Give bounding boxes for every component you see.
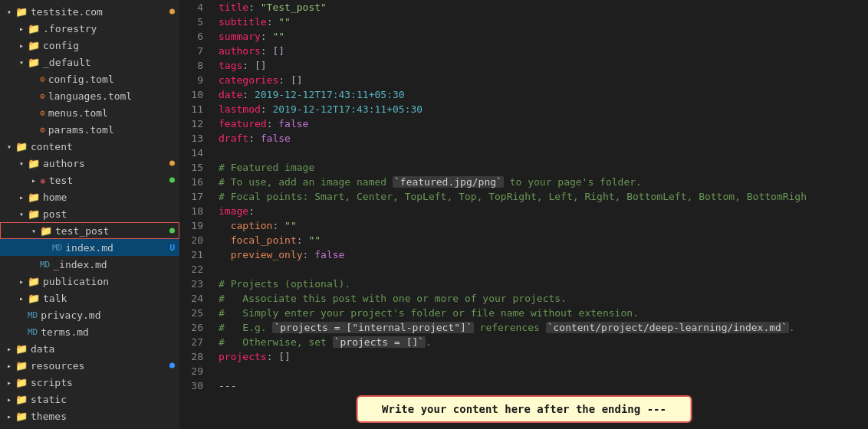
item-label: terms.md [41, 326, 89, 338]
item-label: languages.toml [48, 90, 133, 102]
string-token: "" [308, 234, 321, 246]
folder-icon: 📁 [28, 276, 40, 287]
sidebar-item-testsite[interactable]: ▾ 📁 testsite.com [0, 3, 179, 20]
code-line-24: # Associate this post with one or more o… [219, 291, 868, 306]
item-label: testsite.com [31, 6, 103, 18]
sidebar-item-_default[interactable]: ▾ 📁 _default [0, 54, 179, 70]
sidebar-item-terms.md[interactable]: MD terms.md [0, 323, 179, 340]
sidebar-item-_index.md[interactable]: MD _index.md [0, 256, 179, 273]
code-area[interactable]: title: "Test_post"subtitle: ""summary: "… [212, 0, 868, 429]
comment-token: # E.g. [219, 322, 272, 333]
string-token: "" [284, 220, 297, 231]
key-token: summary [219, 31, 261, 42]
punct-token: : [242, 89, 255, 100]
sidebar-item-config[interactable]: ▸ 📁 config [0, 37, 179, 54]
punct-token: : [248, 2, 261, 13]
sidebar-item-authors[interactable]: ▾ 📁 authors [0, 155, 179, 172]
item-label: _index.md [53, 259, 107, 270]
key-token: categories [219, 74, 278, 86]
sidebar-item-index.md[interactable]: MD index.md U [0, 239, 179, 256]
comment-token: to your page's folder. [504, 176, 642, 188]
folder-icon: 📁 [28, 293, 40, 304]
expand-arrow: ▾ [3, 142, 15, 151]
item-label: publication [43, 276, 109, 287]
code-line-11: lastmod: 2019-12-12T17:43:11+05:30 [219, 102, 868, 116]
code-line-17: # Focal points: Smart, Center, TopLeft, … [219, 189, 868, 204]
line-number-13: 13 [180, 131, 203, 146]
sidebar-item-static[interactable]: ▸ 📁 static [0, 391, 179, 408]
key-token: subtitle [219, 16, 267, 28]
folder-icon: 📁 [15, 6, 28, 18]
item-label: content [31, 141, 73, 152]
code-line-10: date: 2019-12-12T17:43:11+05:30 [219, 87, 868, 102]
sidebar-item-themes[interactable]: ▸ 📁 themes [0, 408, 179, 424]
item-label: _default [43, 57, 91, 68]
expand-arrow: ▸ [3, 362, 15, 370]
sidebar-item-test_post[interactable]: ▾ 📁 test_post [0, 222, 179, 239]
string-token: "" [278, 16, 291, 28]
line-number-20: 20 [180, 233, 203, 247]
sidebar-item-home[interactable]: ▸ 📁 home [0, 188, 179, 205]
sidebar-item-menus.toml[interactable]: ⚙ menus.toml [0, 104, 179, 121]
sidebar-item-privacy.md[interactable]: MD privacy.md [0, 306, 179, 323]
line-number-4: 4 [180, 0, 203, 15]
item-label: menus.toml [48, 107, 108, 119]
comment-token: . [789, 322, 795, 333]
code-line-5: subtitle: "" [219, 15, 868, 29]
sidebar-item-test[interactable]: ▸ ❋ test [0, 172, 179, 188]
line-number-22: 22 [180, 262, 203, 277]
sidebar-item-resources[interactable]: ▸ 📁 resources [0, 357, 179, 374]
line-number-18: 18 [180, 204, 203, 218]
punct-token: : [261, 103, 273, 115]
code-line-6: summary: "" [219, 29, 868, 44]
expand-arrow: ▾ [28, 227, 40, 235]
sidebar-item-publication[interactable]: ▸ 📁 publication [0, 273, 179, 290]
code-line-25: # Simply enter your project's folder or … [219, 306, 868, 320]
code-line-27: # Otherwise, set `projects = []`. [219, 335, 868, 349]
status-dot [169, 363, 175, 368]
key-token: title [219, 2, 248, 13]
key-token: tags [219, 60, 242, 71]
expand-arrow: ▾ [15, 58, 28, 67]
key-token: draft [219, 133, 248, 144]
punct-token: : [] [242, 60, 266, 71]
sidebar-item-config.toml[interactable]: ⚙ config.toml [0, 70, 179, 87]
folder-icon: 📁 [28, 23, 40, 34]
folder-icon: 📁 [28, 158, 40, 169]
code-line-9: categories: [] [219, 73, 868, 87]
comment-token: # Featured image [219, 162, 314, 173]
expand-arrow: ▸ [3, 395, 15, 404]
item-label: resources [31, 360, 84, 372]
item-label: index.md [65, 242, 113, 254]
status-dot [169, 9, 175, 15]
string-token: "" [272, 31, 284, 42]
comment-token: # Simply enter your project's folder or … [219, 307, 639, 319]
comment-token: . [426, 336, 432, 348]
sidebar-item-content[interactable]: ▾ 📁 content [0, 138, 179, 155]
code-line-23: # Projects (optional). [219, 277, 868, 291]
bool-token: false [314, 249, 344, 260]
line-number-11: 11 [180, 102, 203, 116]
notification-bar: Write your content here after the ending… [356, 395, 692, 423]
expand-arrow: ▸ [15, 25, 28, 33]
file-toml-icon: ⚙ [40, 91, 45, 101]
key-token: image [219, 205, 248, 217]
sidebar-item-scripts[interactable]: ▸ 📁 scripts [0, 374, 179, 391]
punct-token: : [267, 118, 279, 129]
sidebar-item-talk[interactable]: ▸ 📁 talk [0, 290, 179, 306]
code-line-30: --- [219, 378, 868, 393]
code-line-29 [219, 364, 868, 378]
punct-token: : [272, 220, 284, 231]
sidebar-item-forestry[interactable]: ▸ 📁 .forestry [0, 20, 179, 37]
status-dot [169, 228, 175, 234]
item-label: params.toml [48, 124, 114, 136]
sidebar-item-data[interactable]: ▸ 📁 data [0, 340, 179, 357]
punct-token: : [] [278, 74, 302, 86]
punct-token: : [267, 16, 279, 28]
code-line-13: draft: false [219, 131, 868, 146]
item-label: .forestry [43, 23, 97, 34]
sidebar-item-languages.toml[interactable]: ⚙ languages.toml [0, 87, 179, 104]
expand-arrow: ▸ [28, 176, 40, 185]
sidebar-item-post[interactable]: ▾ 📁 post [0, 205, 179, 222]
sidebar-item-params.toml[interactable]: ⚙ params.toml [0, 121, 179, 138]
